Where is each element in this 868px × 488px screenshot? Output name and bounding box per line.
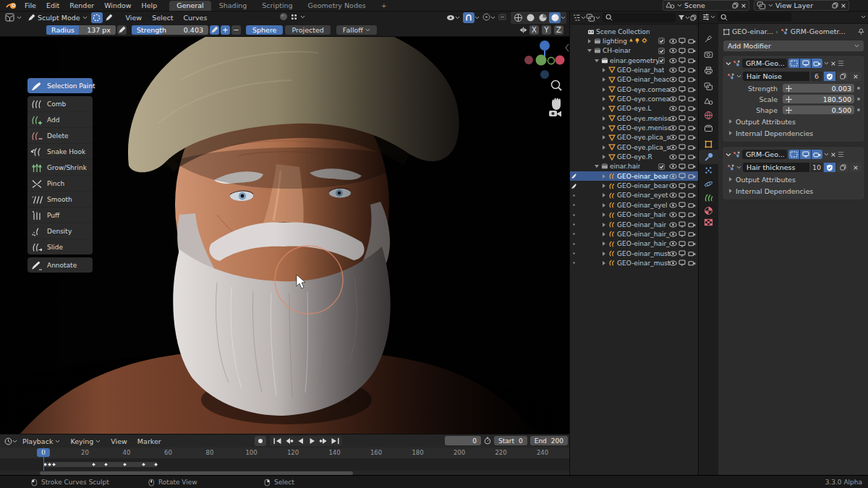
animate-dot-icon[interactable] bbox=[857, 87, 860, 90]
add-mode-button[interactable]: + bbox=[221, 25, 230, 35]
pivot-grid-icon[interactable] bbox=[291, 14, 297, 20]
param-slider[interactable]: 0.003 bbox=[783, 84, 854, 93]
snap-magnet-icon[interactable] bbox=[463, 12, 475, 23]
expand-icon[interactable] bbox=[601, 241, 607, 247]
previous-keyframe-button[interactable] bbox=[283, 436, 294, 446]
outliner-row-geo-eye-l[interactable]: GEO-eye.L bbox=[570, 104, 699, 114]
blender-logo-icon[interactable] bbox=[6, 2, 17, 9]
section-output-attributes[interactable]: Output Attributes bbox=[728, 174, 861, 184]
disable-render-icon[interactable] bbox=[688, 87, 696, 93]
close-icon[interactable] bbox=[830, 61, 836, 67]
outliner-row-geo-eye-cornea[interactable]: GEO-eye.cornea bbox=[570, 85, 699, 94]
subtract-mode-button[interactable]: − bbox=[231, 25, 241, 35]
hide-viewport-icon[interactable] bbox=[669, 202, 677, 208]
hide-viewport-icon[interactable] bbox=[669, 96, 677, 102]
outliner-row-geo-einar-hair[interactable]: GEO-einar_hair_ bbox=[570, 229, 699, 239]
outliner-row-geo-einar-hair[interactable]: GEO-einar_hair bbox=[570, 220, 699, 229]
render-display-toggle[interactable] bbox=[812, 150, 822, 159]
hide-viewport-icon[interactable] bbox=[669, 87, 677, 93]
disable-render-icon[interactable] bbox=[688, 106, 696, 111]
disable-render-icon[interactable] bbox=[688, 183, 696, 189]
properties-tab-object[interactable] bbox=[699, 137, 718, 151]
hide-viewport-icon[interactable] bbox=[669, 77, 677, 82]
outliner-row-geo-einar-hair[interactable]: GEO-einar_hair bbox=[570, 210, 699, 220]
modifier-name-field[interactable]: GRM-Geo... bbox=[742, 150, 787, 159]
outliner-row-scene-collection[interactable]: Scene Collection bbox=[570, 27, 699, 36]
disable-viewport-icon[interactable] bbox=[678, 48, 686, 54]
keyframe-diamond-icon[interactable] bbox=[153, 461, 159, 469]
hide-viewport-icon[interactable] bbox=[669, 125, 677, 131]
disable-viewport-icon[interactable] bbox=[678, 144, 686, 150]
disable-render-icon[interactable] bbox=[688, 38, 696, 44]
unlink-icon[interactable] bbox=[850, 72, 861, 81]
shading-rendered-icon[interactable] bbox=[549, 12, 561, 23]
falloff-dropdown[interactable]: Falloff bbox=[336, 25, 377, 35]
disable-render-icon[interactable] bbox=[688, 145, 696, 150]
expand-icon[interactable] bbox=[601, 125, 607, 131]
outliner-row-geo-eye-plica-s[interactable]: GEO-eye.plica_s bbox=[570, 142, 699, 152]
expand-icon[interactable] bbox=[601, 251, 607, 257]
shading-wireframe-icon[interactable] bbox=[512, 12, 524, 23]
properties-tab-collection[interactable] bbox=[699, 121, 718, 135]
expand-icon[interactable] bbox=[587, 38, 592, 44]
chevron-down-icon[interactable] bbox=[861, 15, 866, 19]
disable-render-icon[interactable] bbox=[688, 96, 696, 102]
drag-handle-icon[interactable]: ☰ bbox=[838, 59, 843, 67]
shading-solid-icon[interactable] bbox=[524, 12, 536, 23]
drag-handle-icon[interactable]: ☰ bbox=[838, 150, 843, 158]
chevron-down-icon[interactable] bbox=[300, 15, 305, 19]
outliner-row-geo-einar-eyet[interactable]: GEO-einar_eyet bbox=[570, 191, 699, 200]
disable-viewport-icon[interactable] bbox=[678, 95, 686, 102]
tool-density[interactable]: Density bbox=[27, 223, 93, 239]
expand-icon[interactable] bbox=[601, 183, 607, 189]
hide-viewport-icon[interactable] bbox=[669, 38, 677, 44]
hide-viewport-icon[interactable] bbox=[669, 251, 677, 257]
hide-viewport-icon[interactable] bbox=[669, 260, 677, 266]
realtime-display-toggle[interactable] bbox=[800, 150, 811, 159]
checkbox-icon[interactable] bbox=[658, 163, 665, 170]
disable-render-icon[interactable] bbox=[688, 212, 696, 218]
disable-render-icon[interactable] bbox=[688, 241, 696, 247]
properties-tab-object-data[interactable] bbox=[699, 190, 718, 205]
edit-mode-display-toggle[interactable] bbox=[788, 150, 799, 159]
next-keyframe-button[interactable] bbox=[318, 436, 329, 446]
copy-icon[interactable] bbox=[837, 163, 848, 172]
disable-viewport-icon[interactable] bbox=[678, 250, 686, 257]
expand-icon[interactable] bbox=[601, 96, 607, 102]
expand-icon[interactable] bbox=[601, 145, 607, 150]
workspace-tab-shading[interactable]: Shading bbox=[212, 1, 255, 11]
disable-render-icon[interactable] bbox=[688, 163, 696, 169]
disable-render-icon[interactable] bbox=[688, 67, 696, 73]
copy-icon[interactable] bbox=[832, 2, 838, 9]
render-display-toggle[interactable] bbox=[812, 59, 822, 68]
checkbox-icon[interactable] bbox=[658, 48, 665, 54]
disable-viewport-icon[interactable] bbox=[678, 221, 686, 228]
outliner-display-mode-icon[interactable] bbox=[572, 14, 581, 22]
play-button[interactable] bbox=[306, 436, 318, 446]
outliner-row-geo-eye-menisc[interactable]: GEO-eye.menisc bbox=[570, 114, 699, 123]
shading-material-icon[interactable] bbox=[537, 12, 548, 23]
properties-tab-world[interactable] bbox=[699, 108, 718, 122]
breadcrumb-node[interactable]: GRM-Geometr... bbox=[791, 27, 846, 35]
hide-viewport-icon[interactable] bbox=[669, 192, 677, 198]
properties-tab-output[interactable] bbox=[699, 63, 718, 77]
keyframe-diamond-icon[interactable] bbox=[140, 461, 147, 469]
expand-icon[interactable] bbox=[601, 192, 607, 198]
tool-slide[interactable]: Slide bbox=[27, 239, 93, 254]
stopwatch-icon[interactable] bbox=[484, 437, 491, 445]
hide-viewport-icon[interactable] bbox=[669, 174, 677, 179]
properties-tab-physics[interactable] bbox=[699, 176, 718, 191]
disable-viewport-icon[interactable] bbox=[678, 38, 686, 44]
workspace-tab-add[interactable]: + bbox=[374, 1, 394, 11]
tool-delete[interactable]: Delete bbox=[27, 127, 93, 143]
outliner-row-lighting[interactable]: lighting bbox=[570, 36, 699, 46]
tool-snake-hook[interactable]: Snake Hook bbox=[27, 143, 93, 159]
disable-viewport-icon[interactable] bbox=[678, 115, 686, 121]
keyframe-diamond-icon[interactable] bbox=[122, 461, 128, 469]
disable-viewport-icon[interactable] bbox=[678, 192, 686, 199]
hide-viewport-icon[interactable] bbox=[669, 212, 677, 218]
strength-slider[interactable]: Strength0.403 bbox=[132, 25, 208, 35]
expand-icon[interactable] bbox=[601, 67, 607, 73]
disable-render-icon[interactable] bbox=[688, 231, 696, 237]
hide-viewport-icon[interactable] bbox=[669, 231, 677, 237]
